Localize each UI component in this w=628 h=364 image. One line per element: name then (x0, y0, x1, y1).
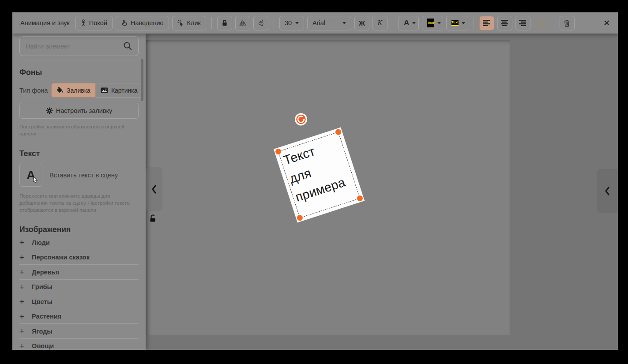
close-editor-button[interactable]: ✕ (604, 19, 610, 28)
chevron-left-icon (151, 184, 157, 194)
flip-vertical-button[interactable] (253, 16, 268, 30)
sidebar-scrollbar[interactable] (141, 59, 143, 101)
collapse-left-tab[interactable] (146, 167, 162, 211)
insert-text-row: A Вставить текст в сцену (19, 164, 139, 187)
category-mushrooms[interactable]: + Грибы (19, 280, 139, 295)
flip-horizontal-icon (239, 20, 246, 26)
image-categories-list: + Люди + Персонажи сказок + Деревья + Гр… (19, 235, 139, 350)
background-type-label: Тип фона (19, 87, 51, 94)
plus-icon: + (19, 312, 24, 321)
category-trees[interactable]: + Деревья (19, 265, 139, 280)
category-flowers[interactable]: + Цветы (19, 294, 139, 309)
align-right-icon (519, 20, 526, 26)
plus-icon: + (19, 283, 24, 291)
state-rest-label: Покой (89, 19, 107, 26)
hand-pointer-icon (121, 19, 128, 26)
category-fairy-tale-characters[interactable]: + Персонажи сказок (19, 250, 139, 265)
state-hover-button[interactable]: Наведение (116, 16, 169, 30)
background-type-row: Тип фона Заливка (19, 83, 139, 98)
resize-handle-bottom-right[interactable] (356, 195, 363, 202)
emoji-button[interactable] (534, 16, 549, 30)
text-background-color-button[interactable]: Text (422, 16, 443, 30)
click-cursor-icon (177, 19, 184, 26)
align-center-icon (501, 20, 508, 26)
resize-handle-bottom-left[interactable] (296, 214, 303, 221)
italic-glyph: K (378, 19, 383, 27)
chevron-left-icon (604, 186, 610, 196)
chevron-down-icon (437, 22, 441, 24)
italic-button[interactable]: K (372, 16, 387, 30)
font-size-select[interactable]: 30 (279, 16, 304, 30)
align-left-icon (483, 20, 490, 26)
category-people[interactable]: + Люди (19, 235, 139, 250)
search-box (19, 36, 139, 56)
flip-vertical-icon (257, 20, 264, 26)
chevron-down-icon (412, 22, 416, 24)
image-type-button[interactable]: Картинка (96, 83, 143, 98)
smiley-icon (536, 19, 545, 28)
align-right-button[interactable] (515, 16, 530, 30)
collapse-right-tab[interactable] (597, 169, 618, 213)
insert-text-button[interactable]: A (19, 164, 42, 187)
fill-type-button[interactable]: Заливка (51, 83, 96, 98)
text-color-button[interactable]: A (399, 16, 419, 30)
toolbar: Анимация и звук Покой Наведение (12, 12, 618, 34)
text-note: Перенесите или кликните дважды для добав… (19, 192, 139, 214)
search-input[interactable] (26, 43, 123, 50)
panel-title: Анимация и звук (20, 19, 70, 26)
insert-text-label: Вставить текст в сцену (49, 172, 118, 179)
configure-fill-button[interactable]: Настроить заливку (19, 103, 139, 119)
paint-bucket-icon (56, 87, 64, 94)
state-hover-label: Наведение (131, 19, 164, 26)
font-family-select[interactable]: Arial (307, 16, 351, 30)
bold-glyph: Ж (359, 19, 365, 27)
text-heading: Текст (19, 149, 139, 158)
plus-icon: + (19, 268, 24, 276)
bold-button[interactable]: Ж (354, 16, 369, 30)
align-center-button[interactable] (497, 16, 512, 30)
category-vegetables[interactable]: + Овощи (19, 339, 139, 350)
plus-icon: + (19, 327, 24, 335)
elements-sidebar: Фоны Тип фона Заливка (12, 34, 146, 350)
state-rest-button[interactable]: Покой (75, 16, 113, 30)
toolbar-separator (393, 17, 393, 29)
toolbar-separator (211, 17, 212, 29)
align-left-button[interactable] (479, 16, 494, 30)
resize-handle-top-left[interactable] (275, 148, 282, 155)
state-click-button[interactable]: Клик (172, 16, 206, 30)
plus-icon: + (19, 342, 24, 350)
backgrounds-heading: Фоны (19, 68, 139, 77)
cursor-icon (33, 177, 38, 183)
category-berries[interactable]: + Ягоды (19, 324, 139, 339)
text-color-glyph: A (404, 19, 409, 27)
search-icon (123, 41, 132, 51)
category-plants[interactable]: + Растения (19, 309, 139, 324)
plus-icon: + (19, 238, 24, 247)
canvas-area: Текст для примера (146, 34, 618, 350)
close-icon: ✕ (604, 19, 610, 27)
plus-icon: + (19, 253, 24, 262)
gear-icon (46, 107, 53, 114)
person-icon (81, 19, 86, 26)
delete-button[interactable] (560, 16, 575, 30)
text-highlight-swatch: Text (451, 20, 459, 26)
plus-icon: + (19, 297, 24, 306)
unlock-icon[interactable] (149, 214, 157, 222)
text-background-swatch: Text (427, 19, 434, 27)
font-size-value: 30 (285, 19, 292, 26)
text-highlight-color-button[interactable]: Text (446, 16, 468, 30)
animation-sound-editor: Анимация и звук Покой Наведение (12, 12, 618, 350)
lock-icon (222, 19, 228, 26)
chevron-down-icon (462, 22, 465, 24)
configure-fill-label: Настроить заливку (56, 107, 113, 114)
picture-icon (101, 87, 108, 93)
image-type-label: Картинка (111, 87, 138, 94)
toolbar-separator (554, 17, 554, 29)
state-click-label: Клик (187, 19, 201, 26)
fill-type-label: Заливка (67, 87, 90, 94)
flip-horizontal-button[interactable] (235, 16, 250, 30)
fill-note: Настройки заливки отображаются в верхней… (19, 123, 139, 137)
font-family-value: Arial (312, 19, 325, 26)
background-type-segmented: Заливка Картинка (51, 83, 143, 98)
lock-button[interactable] (217, 16, 232, 30)
